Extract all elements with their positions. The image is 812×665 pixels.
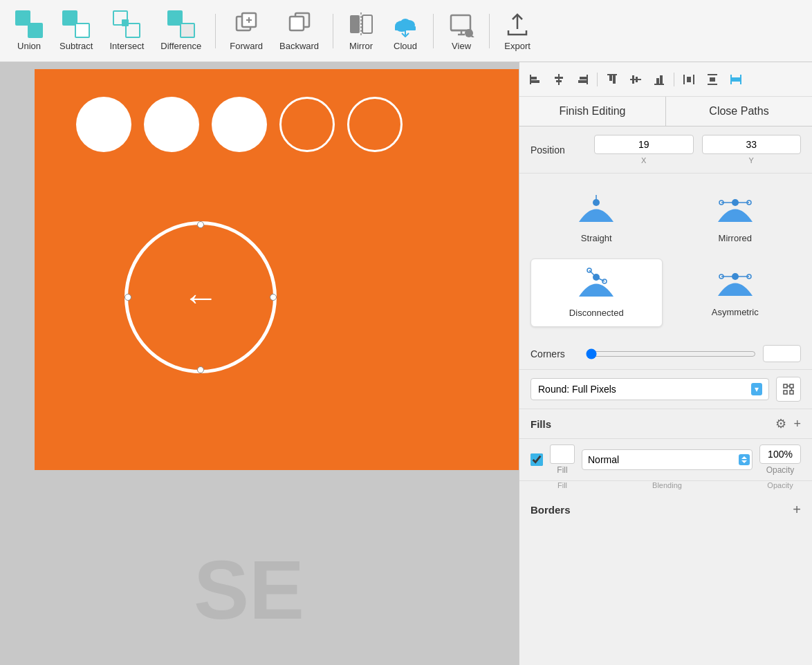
svg-line-17 — [472, 36, 474, 37]
align-extra-btn[interactable] — [726, 69, 746, 90]
straight-icon — [575, 193, 617, 227]
fills-actions: ⚙ + — [775, 416, 801, 431]
svg-rect-28 — [607, 74, 617, 75]
blending-chevron-icon — [739, 454, 750, 465]
round-icon-btn[interactable] — [776, 377, 801, 402]
close-paths-btn[interactable]: Close Paths — [666, 97, 812, 126]
union-tool[interactable]: Union — [7, 6, 51, 55]
intersect-tool[interactable]: Intersect — [101, 6, 152, 55]
node-bottom[interactable] — [197, 366, 204, 373]
position-y-input[interactable] — [702, 135, 802, 154]
align-center-h-btn[interactable] — [548, 69, 569, 90]
round-pixels-row: Round: Full Pixels Round: Half Pixels No… — [519, 370, 812, 409]
artboard: ← — [35, 69, 519, 470]
straight-label: Straight — [581, 233, 612, 243]
fills-title: Fills — [530, 418, 775, 430]
view-tool[interactable]: View — [439, 6, 483, 55]
borders-add-btn[interactable]: + — [793, 502, 801, 518]
opacity-wrap: Opacity — [759, 444, 801, 475]
backward-tool[interactable]: Backward — [271, 6, 327, 55]
forward-icon — [232, 10, 260, 38]
node-top[interactable] — [197, 221, 204, 228]
union-label: Union — [17, 41, 41, 51]
svg-rect-35 — [656, 78, 659, 84]
toolbar-divider-1 — [215, 14, 216, 48]
alignment-bar — [519, 62, 812, 97]
opacity-input[interactable] — [759, 444, 801, 464]
svg-rect-20 — [531, 77, 537, 79]
mirror-tool[interactable]: Mirror — [339, 6, 383, 55]
fills-add-btn[interactable]: + — [793, 416, 801, 431]
svg-rect-61 — [784, 384, 787, 388]
svg-rect-27 — [578, 80, 587, 83]
borders-title: Borders — [530, 504, 793, 516]
circle-3 — [212, 97, 267, 152]
fills-settings-btn[interactable]: ⚙ — [775, 416, 786, 431]
corners-label: Corners — [530, 348, 579, 359]
fill-enabled-checkbox[interactable] — [530, 453, 543, 466]
toolbar-divider-3 — [433, 14, 434, 48]
distribute-v-btn[interactable] — [702, 69, 723, 90]
fill-sub-labels: Fill Blending Opacity — [519, 481, 812, 495]
svg-rect-25 — [587, 75, 588, 84]
blending-select-wrap: Normal Multiply Screen Overlay — [582, 449, 753, 470]
cloud-tool[interactable]: Cloud — [383, 6, 427, 55]
subtract-tool[interactable]: Subtract — [51, 6, 101, 55]
round-select[interactable]: Round: Full Pixels Round: Half Pixels No… — [530, 378, 769, 400]
round-select-wrap: Round: Full Pixels Round: Half Pixels No… — [530, 378, 769, 400]
align-right-edge-btn[interactable] — [572, 69, 593, 90]
node-type-asymmetric[interactable]: Asymmetric — [670, 259, 802, 327]
fill-color-swatch[interactable] — [550, 444, 575, 464]
round-chevron-icon: ▾ — [751, 383, 762, 395]
svg-rect-19 — [530, 75, 531, 84]
canvas-area[interactable]: ← SE — [0, 62, 519, 665]
svg-rect-45 — [732, 77, 740, 82]
svg-rect-34 — [654, 84, 664, 85]
svg-rect-21 — [531, 80, 539, 83]
chevron-down-icon — [741, 460, 747, 463]
main-toolbar: Union Subtract Intersect D — [0, 0, 812, 62]
svg-rect-5 — [290, 17, 304, 30]
align-left-edge-btn[interactable] — [525, 69, 546, 90]
svg-rect-64 — [790, 391, 793, 394]
circle-2 — [144, 97, 199, 152]
svg-rect-24 — [556, 80, 562, 82]
svg-rect-42 — [710, 77, 715, 82]
difference-icon — [167, 10, 195, 38]
intersect-label: Intersect — [109, 41, 144, 51]
opacity-label: Opacity — [766, 465, 795, 475]
align-bottom-edge-btn[interactable] — [649, 69, 670, 90]
corners-slider[interactable] — [586, 348, 756, 359]
fill-row: Fill Normal Multiply Screen Overlay Opac… — [519, 439, 812, 481]
backward-icon — [286, 10, 313, 38]
distribute-h-btn[interactable] — [679, 69, 699, 90]
circle-5 — [347, 97, 403, 152]
corners-value-input[interactable] — [763, 345, 801, 362]
position-y-wrap: Y — [702, 135, 802, 165]
svg-rect-40 — [708, 74, 717, 75]
position-row: Position X Y — [530, 135, 801, 165]
forward-tool[interactable]: Forward — [221, 6, 271, 55]
main-content: ← SE — [0, 62, 812, 665]
position-x-input[interactable] — [594, 135, 694, 154]
node-type-mirrored[interactable]: Mirrored — [670, 185, 802, 252]
circle-1 — [76, 97, 131, 152]
svg-rect-32 — [632, 75, 634, 84]
svg-rect-62 — [790, 384, 793, 388]
export-tool[interactable]: Export — [495, 6, 539, 55]
blending-sub-label: Blending — [582, 481, 753, 489]
finish-editing-btn[interactable]: Finish Editing — [519, 97, 665, 126]
align-middle-v-btn[interactable] — [625, 69, 646, 90]
blending-select[interactable]: Normal Multiply Screen Overlay — [582, 449, 753, 470]
node-left[interactable] — [124, 294, 131, 301]
right-panel: Finish Editing Close Paths Position X Y — [519, 62, 812, 665]
node-type-disconnected[interactable]: Disconnected — [530, 259, 663, 327]
align-top-edge-btn[interactable] — [602, 69, 622, 90]
fill-color-wrap: Fill — [550, 444, 575, 475]
svg-line-53 — [589, 270, 596, 277]
node-type-straight[interactable]: Straight — [530, 185, 663, 252]
opacity-sub-label: Opacity — [759, 481, 801, 489]
mirror-label: Mirror — [349, 41, 373, 51]
node-right[interactable] — [270, 294, 277, 301]
difference-tool[interactable]: Difference — [152, 6, 210, 55]
